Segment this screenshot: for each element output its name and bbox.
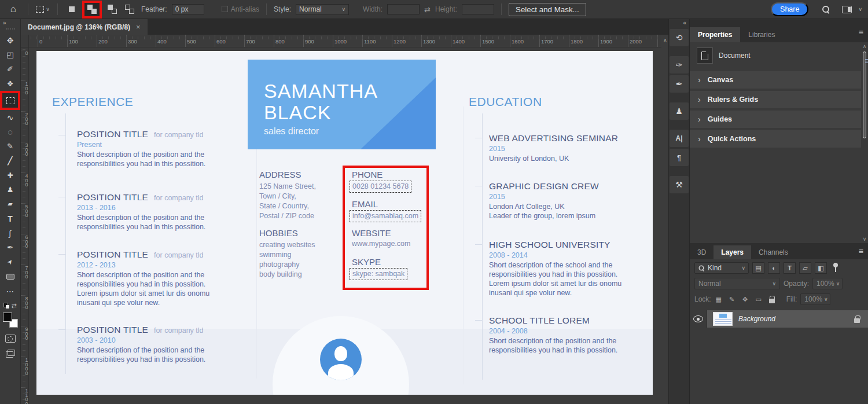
scroll-down-icon[interactable]: ∨ bbox=[862, 236, 867, 242]
lock-paint-icon[interactable]: ✎ bbox=[728, 296, 736, 303]
collapse-panels-icon[interactable]: « bbox=[669, 19, 689, 27]
eyedropper-tool[interactable] bbox=[0, 62, 21, 76]
layer-locked-icon[interactable] bbox=[854, 318, 860, 323]
healing-brush-tool[interactable] bbox=[0, 168, 21, 182]
section-canvas[interactable]: › Canvas bbox=[690, 71, 861, 89]
scroll-up-icon[interactable]: ∧ bbox=[862, 43, 867, 49]
filter-kind-select[interactable]: Kind ∨ bbox=[694, 262, 749, 274]
select-and-mask-button[interactable]: Select and Mask... bbox=[509, 3, 586, 16]
toolbar: » ⇄ bbox=[0, 19, 21, 404]
clone-source-panel-icon[interactable] bbox=[670, 102, 689, 120]
brush-tool[interactable] bbox=[0, 153, 21, 168]
canvas-area[interactable]: 0100200300400500600700800900100011001200… bbox=[21, 35, 668, 404]
lock-position-icon[interactable]: ✥ bbox=[741, 296, 749, 303]
quick-selection-tool[interactable] bbox=[0, 124, 21, 139]
pencil-tool[interactable] bbox=[0, 139, 21, 153]
email-value: info@samablaq.com bbox=[350, 210, 421, 222]
lock-artboard-icon[interactable]: ▭ bbox=[755, 296, 763, 303]
width-input[interactable] bbox=[387, 4, 420, 14]
lock-all-icon[interactable] bbox=[768, 296, 776, 303]
home-icon[interactable]: ⌂ bbox=[6, 2, 21, 17]
shape-tool[interactable] bbox=[0, 269, 21, 284]
document-tab[interactable]: Document.jpg @ 136% (RGB/8) × bbox=[21, 19, 148, 35]
layer-row-main[interactable]: Background bbox=[707, 310, 868, 328]
crop-tool[interactable] bbox=[0, 47, 21, 62]
character-panel-icon[interactable] bbox=[670, 130, 689, 147]
paragraph-panel-icon[interactable] bbox=[670, 149, 689, 166]
brush-settings-panel-icon[interactable] bbox=[670, 56, 689, 74]
filter-smart-objects-icon[interactable]: ◧ bbox=[815, 262, 827, 274]
filter-type-layers-icon[interactable]: T bbox=[784, 262, 796, 274]
filter-pixel-layers-icon[interactable]: ▤ bbox=[752, 262, 764, 274]
quick-mask-button[interactable] bbox=[5, 335, 16, 343]
layer-thumbnail[interactable] bbox=[713, 312, 733, 326]
education-timeline bbox=[482, 113, 483, 380]
scroll-up-icon[interactable]: ∧ bbox=[663, 37, 667, 43]
chevron-down-icon[interactable]: ∨ bbox=[858, 6, 862, 12]
scrollbar-thumb[interactable] bbox=[863, 52, 866, 138]
panel-menu-icon[interactable]: ≡ bbox=[859, 247, 863, 256]
properties-scrollbar[interactable]: ∧ ∨ bbox=[862, 43, 867, 242]
brushes-panel-icon[interactable] bbox=[670, 75, 689, 93]
style-select[interactable]: Normal∨ bbox=[296, 4, 349, 15]
freeform-pen-tool[interactable] bbox=[0, 226, 21, 240]
filter-toggle-icon[interactable] bbox=[833, 263, 838, 273]
marquee-tool-preset[interactable]: ∨ bbox=[35, 2, 50, 17]
lasso-tool[interactable] bbox=[0, 110, 21, 124]
blend-mode-select[interactable]: Normal ∨ bbox=[694, 278, 780, 289]
screen-mode-button[interactable] bbox=[6, 350, 15, 357]
vertical-ruler[interactable]: 010020030040050060070080090010001100 bbox=[21, 47, 29, 404]
section-rulers-grids[interactable]: › Rulers & Grids bbox=[690, 91, 861, 108]
tab-3d[interactable]: 3D bbox=[690, 245, 713, 259]
collapse-toolbar-icon[interactable]: » bbox=[0, 19, 20, 27]
path-selection-tool[interactable] bbox=[0, 255, 21, 269]
eraser-tool[interactable] bbox=[0, 197, 21, 211]
fill-value[interactable]: 100% ∨ bbox=[800, 293, 830, 305]
type-tool[interactable] bbox=[0, 211, 21, 226]
horizontal-ruler[interactable]: 0100200300400500600700800900100011001200… bbox=[29, 35, 661, 47]
swap-dimensions-icon[interactable]: ⇄ bbox=[424, 5, 431, 14]
section-quick-actions[interactable]: › Quick Actions bbox=[690, 130, 861, 148]
intersect-selection-button[interactable] bbox=[123, 2, 137, 16]
tab-libraries[interactable]: Libraries bbox=[740, 27, 783, 42]
height-input[interactable] bbox=[462, 4, 494, 14]
date-range: 2008 - 2014 bbox=[489, 251, 634, 259]
lock-transparent-pixels-icon[interactable]: ▦ bbox=[715, 296, 723, 303]
move-tool[interactable] bbox=[0, 33, 21, 47]
tab-channels[interactable]: Channels bbox=[751, 245, 796, 259]
layer-visibility-cell[interactable] bbox=[690, 310, 707, 328]
subtract-from-selection-icon bbox=[108, 5, 117, 14]
antialias-checkbox[interactable]: Anti-alias bbox=[222, 5, 259, 13]
opacity-value[interactable]: 100% ∨ bbox=[812, 278, 843, 289]
tab-layers[interactable]: Layers bbox=[713, 245, 751, 259]
history-panel-icon[interactable] bbox=[670, 29, 689, 46]
panel-menu-icon[interactable]: ≡ bbox=[859, 28, 863, 37]
tab-properties[interactable]: Properties bbox=[690, 27, 740, 42]
workspace-switcher-icon[interactable] bbox=[842, 6, 852, 13]
add-to-selection-button[interactable] bbox=[82, 1, 102, 19]
close-tab-icon[interactable]: × bbox=[136, 23, 141, 31]
toolbar-grip[interactable] bbox=[6, 28, 15, 30]
layer-row-background[interactable]: Background bbox=[690, 310, 868, 328]
color-swatches[interactable] bbox=[3, 313, 18, 328]
swap-colors-icon[interactable]: ⇄ bbox=[3, 300, 16, 311]
experience-entry: POSITION TITLEfor company tld 2012 - 201… bbox=[77, 249, 222, 307]
subtract-from-selection-button[interactable] bbox=[105, 2, 119, 16]
filter-shape-layers-icon[interactable]: ▱ bbox=[799, 262, 811, 274]
section-guides[interactable]: › Guides bbox=[690, 111, 861, 128]
more-tools-button[interactable] bbox=[0, 284, 21, 298]
timeline-tick bbox=[58, 329, 65, 330]
clone-stamp-tool[interactable] bbox=[0, 182, 21, 197]
pen-tool[interactable] bbox=[0, 240, 21, 255]
resume-document[interactable]: EXPERIENCE POSITION TITLEfor company tld… bbox=[36, 51, 653, 395]
filter-adjustment-layers-icon[interactable]: ◐ bbox=[768, 262, 780, 274]
share-button[interactable]: Share bbox=[771, 2, 808, 16]
new-selection-button[interactable] bbox=[65, 2, 79, 16]
rectangular-marquee-tool[interactable] bbox=[0, 91, 20, 110]
h-ruler-label: 300 bbox=[126, 38, 137, 45]
fill-tool[interactable] bbox=[0, 76, 21, 91]
foreground-color-swatch[interactable] bbox=[3, 313, 12, 322]
tool-presets-panel-icon[interactable] bbox=[670, 176, 689, 193]
feather-input[interactable] bbox=[172, 4, 204, 14]
search-icon[interactable] bbox=[821, 5, 830, 14]
